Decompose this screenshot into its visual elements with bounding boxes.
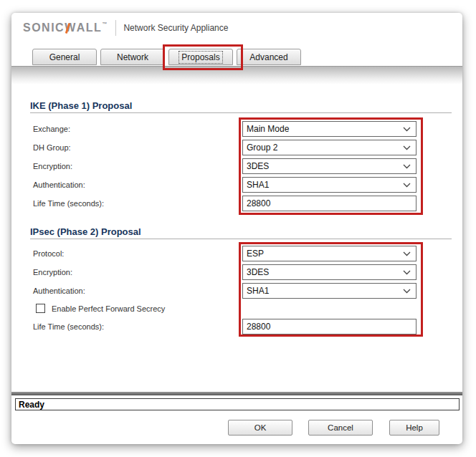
phase1-encryption-select-value: 3DES [247, 161, 269, 171]
ok-button[interactable]: OK [228, 420, 292, 436]
dh-group-select[interactable]: Group 2 [242, 140, 416, 155]
protocol-label: Protocol: [33, 249, 64, 258]
dh-group-select-value: Group 2 [247, 143, 277, 153]
tabstrip-gradient-bar [11, 66, 462, 84]
pfs-checkbox[interactable] [36, 304, 45, 313]
phase2-encryption-select-value: 3DES [247, 267, 269, 277]
protocol-select[interactable]: ESP [242, 246, 416, 261]
phase1-authentication-label: Authentication: [33, 181, 85, 189]
tab-advanced-label: Advanced [249, 52, 287, 62]
phase1-lifetime-input[interactable] [242, 196, 416, 211]
chevron-down-icon [403, 251, 411, 256]
phase1-authentication-select-value: SHA1 [247, 180, 269, 190]
status-bar: Ready [15, 398, 460, 410]
phase1-encryption-select[interactable]: 3DES [242, 158, 416, 174]
tab-general[interactable]: General [32, 49, 97, 65]
phase2-authentication-label: Authentication: [33, 287, 85, 295]
exchange-label: Exchange: [33, 125, 70, 133]
brand-text-right: ALL [77, 21, 103, 34]
chevron-down-icon [403, 289, 411, 294]
trademark-symbol: ™ [102, 21, 107, 27]
phase2-section-rule [30, 239, 452, 239]
brand-text-left: SONIC [23, 21, 65, 34]
app-header: SONICWALL™ Network Security Appliance [23, 19, 228, 37]
exchange-select[interactable]: Main Mode [242, 121, 416, 137]
phase2-authentication-select[interactable]: SHA1 [242, 283, 416, 299]
exchange-select-value: Main Mode [247, 124, 289, 134]
phase2-authentication-select-value: SHA1 [247, 286, 269, 296]
chevron-down-icon [403, 145, 411, 150]
sonicwall-logo: SONICWALL™ [23, 21, 107, 34]
cancel-button-label: Cancel [328, 423, 353, 432]
help-button-label: Help [406, 423, 423, 432]
tab-network-label: Network [117, 52, 148, 62]
phase1-section-title: IKE (Phase 1) Proposal [30, 100, 132, 111]
dh-group-label: DH Group: [33, 143, 71, 152]
phase2-section-title: IPsec (Phase 2) Proposal [30, 226, 141, 237]
phase1-encryption-label: Encryption: [33, 162, 72, 170]
phase1-lifetime-label: Life Time (seconds): [33, 199, 104, 208]
phase1-section-rule [30, 112, 452, 113]
screenshot-canvas: SONICWALL™ Network Security Appliance Ge… [0, 0, 476, 457]
header-divider [115, 20, 116, 36]
tab-advanced[interactable]: Advanced [237, 49, 301, 65]
chevron-down-icon [403, 127, 411, 132]
phase2-encryption-label: Encryption: [33, 268, 72, 276]
status-text: Ready [19, 400, 44, 410]
tab-network[interactable]: Network [100, 49, 165, 65]
ok-button-label: OK [254, 423, 267, 432]
phase2-encryption-select[interactable]: 3DES [242, 264, 416, 280]
protocol-select-value: ESP [247, 249, 264, 259]
tab-general-label: General [49, 52, 80, 62]
status-divider-bar [11, 392, 462, 395]
phase2-lifetime-label: Life Time (seconds): [33, 322, 104, 331]
tab-proposals[interactable]: Proposals [168, 49, 233, 65]
phase1-authentication-select[interactable]: SHA1 [242, 177, 416, 193]
vpn-policy-dialog: SONICWALL™ Network Security Appliance Ge… [11, 13, 462, 444]
product-name: Network Security Appliance [123, 23, 228, 33]
chevron-down-icon [403, 183, 411, 188]
tab-proposals-label: Proposals [179, 52, 222, 63]
brand-letter-w: W [65, 21, 77, 34]
pfs-checkbox-label: Enable Perfect Forward Secrecy [52, 304, 165, 313]
cancel-button[interactable]: Cancel [308, 420, 373, 436]
phase2-lifetime-input[interactable] [242, 319, 416, 335]
chevron-down-icon [403, 270, 411, 275]
help-button[interactable]: Help [389, 420, 439, 436]
chevron-down-icon [403, 164, 411, 169]
